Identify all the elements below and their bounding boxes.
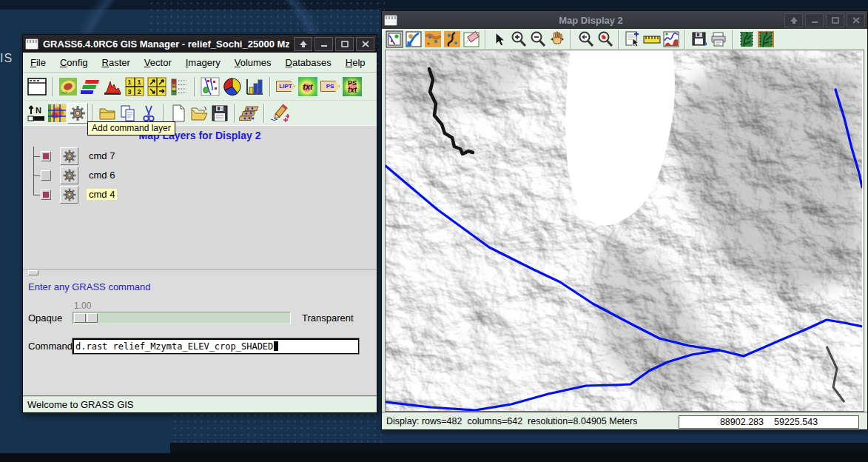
add-labels-icon[interactable]: LIPT xyxy=(275,76,297,98)
zoom-in-icon[interactable] xyxy=(509,30,528,49)
menu-config[interactable]: Config xyxy=(60,57,88,68)
add-grid-icon[interactable] xyxy=(47,103,67,124)
transparent-label: Transparent xyxy=(302,312,354,324)
scalebar-north-icon[interactable]: N xyxy=(26,103,47,124)
fly-through-icon[interactable] xyxy=(756,30,776,49)
zoom-out-icon[interactable] xyxy=(528,30,548,49)
opaque-label: Opaque xyxy=(28,312,62,324)
maximize-button[interactable] xyxy=(335,37,354,51)
map-display-title: Map Display 2 xyxy=(402,15,780,26)
layer-checkbox[interactable] xyxy=(41,190,51,200)
copy-icon[interactable] xyxy=(118,103,138,124)
command-input[interactable]: d.rast relief_Mzymta_ELEV_crop_SHADED xyxy=(73,338,359,354)
map-canvas[interactable] xyxy=(385,50,864,412)
menu-file[interactable]: File xyxy=(30,57,46,68)
display-region-icon[interactable] xyxy=(423,30,443,49)
add-arrows-icon[interactable] xyxy=(146,76,168,98)
shade-button[interactable] xyxy=(784,13,803,27)
svg-text:1: 1 xyxy=(127,78,131,86)
erase-icon[interactable] xyxy=(462,30,481,49)
save-display-icon[interactable] xyxy=(690,30,709,49)
display-info-text: Display: rows=482 columns=642 resolution… xyxy=(386,416,637,426)
measure-icon[interactable] xyxy=(642,30,662,49)
minimize-button[interactable] xyxy=(805,13,824,27)
add-histogram-icon[interactable] xyxy=(101,76,124,98)
redraw-layers-icon[interactable] xyxy=(404,30,423,49)
add-command-gear-icon[interactable] xyxy=(67,103,88,124)
svg-text:3: 3 xyxy=(127,88,131,96)
map-display-window: Map Display 2 xyxy=(381,10,868,430)
menu-raster[interactable]: Raster xyxy=(102,57,130,68)
command-row: Command: d.rast relief_Mzymta_ELEV_crop_… xyxy=(28,338,359,354)
save-file-icon[interactable] xyxy=(209,103,230,124)
coordinate-readout[interactable]: 88902.283 59225.543 xyxy=(679,415,859,429)
map-display-titlebar[interactable]: Map Display 2 xyxy=(382,11,867,29)
layer-label[interactable]: cmd 4 xyxy=(87,189,117,200)
add-cell-values-icon[interactable]: 1132 xyxy=(124,76,146,98)
add-text-icon[interactable]: txt xyxy=(297,76,319,98)
window-menu-icon[interactable] xyxy=(384,15,397,26)
layer-label[interactable]: cmd 7 xyxy=(87,150,117,161)
zoom-to-icon[interactable] xyxy=(595,30,614,49)
layer-options-gear-button[interactable] xyxy=(60,186,78,204)
zoom-back-icon[interactable] xyxy=(576,30,595,49)
pane-sash[interactable] xyxy=(23,269,377,275)
status-text: Welcome to GRASS GIS xyxy=(27,399,134,410)
command-panel: Enter any GRASS command Opaque 1.00 Tran… xyxy=(23,275,377,395)
maximize-button[interactable] xyxy=(826,13,844,27)
add-ps-labels-icon[interactable]: PS xyxy=(319,76,341,98)
add-raster-icon[interactable] xyxy=(57,76,79,98)
add-thematic-icon[interactable] xyxy=(221,76,243,98)
add-rgb-his-icon[interactable] xyxy=(79,76,101,98)
close-button[interactable] xyxy=(847,13,865,27)
opacity-row: Opaque 1.00 Transparent xyxy=(28,301,371,330)
layer-options-gear-button[interactable] xyxy=(60,147,78,165)
add-legend-icon[interactable] xyxy=(168,76,190,98)
add-ps-text-icon[interactable]: PStxt xyxy=(341,76,363,98)
opacity-slider-handle[interactable] xyxy=(74,313,98,323)
nviz-icon[interactable] xyxy=(737,30,756,49)
layer-row-cmd6: cmd 6 xyxy=(23,166,377,185)
layer-checkbox[interactable] xyxy=(41,170,51,181)
menu-volumes[interactable]: Volumes xyxy=(235,57,272,68)
folder-icon[interactable] xyxy=(97,103,118,124)
minimize-button[interactable] xyxy=(314,37,333,51)
open-file-icon[interactable] xyxy=(189,103,209,124)
profile-icon[interactable] xyxy=(662,30,681,49)
layer-tree: Map Layers for Display 2 cmd 7 cmd 6 cmd… xyxy=(23,125,377,269)
close-button[interactable] xyxy=(356,37,374,51)
coordinate-y: 59225.543 xyxy=(774,417,818,427)
group-layers-icon[interactable] xyxy=(239,103,260,124)
new-display-icon[interactable] xyxy=(26,76,48,98)
desktop-partial-label: IS xyxy=(0,52,13,65)
menu-vector[interactable]: Vector xyxy=(144,57,172,68)
layers-toolbar-2: N xyxy=(23,101,377,125)
wallpaper-bottom-band xyxy=(0,453,868,462)
shade-button[interactable] xyxy=(294,37,312,51)
print-icon[interactable] xyxy=(709,30,728,49)
new-file-icon[interactable] xyxy=(168,103,189,124)
layer-label[interactable]: cmd 6 xyxy=(87,170,117,181)
menu-help[interactable]: Help xyxy=(346,57,366,68)
menu-databases[interactable]: Databases xyxy=(286,57,332,68)
layers-toolbar-1: 1132 LIPT txt PS PStxt xyxy=(23,73,377,101)
menu-imagery[interactable]: Imagery xyxy=(186,57,221,68)
svg-text:1: 1 xyxy=(137,78,141,86)
coordinate-x: 88902.283 xyxy=(720,417,764,427)
sash-handle[interactable] xyxy=(28,270,38,275)
edit-pencil-icon[interactable] xyxy=(269,103,289,124)
gis-manager-title: GRASS6.4.0RC6 GIS Manager - relief_Sochi… xyxy=(43,38,289,50)
pointer-icon[interactable] xyxy=(490,30,509,49)
query-icon[interactable] xyxy=(623,30,642,49)
layer-options-gear-button[interactable] xyxy=(60,167,78,184)
display-saved-region-icon[interactable] xyxy=(443,30,462,49)
display-layers-icon[interactable] xyxy=(385,30,404,49)
window-menu-icon[interactable] xyxy=(25,38,38,50)
add-vector-icon[interactable] xyxy=(199,76,221,98)
pan-icon[interactable] xyxy=(548,30,567,49)
opacity-slider[interactable] xyxy=(73,312,291,324)
cut-icon[interactable] xyxy=(138,103,159,124)
layer-checkbox[interactable] xyxy=(41,151,51,161)
gis-manager-titlebar[interactable]: GRASS6.4.0RC6 GIS Manager - relief_Sochi… xyxy=(23,35,377,53)
add-chart-icon[interactable] xyxy=(243,76,266,98)
